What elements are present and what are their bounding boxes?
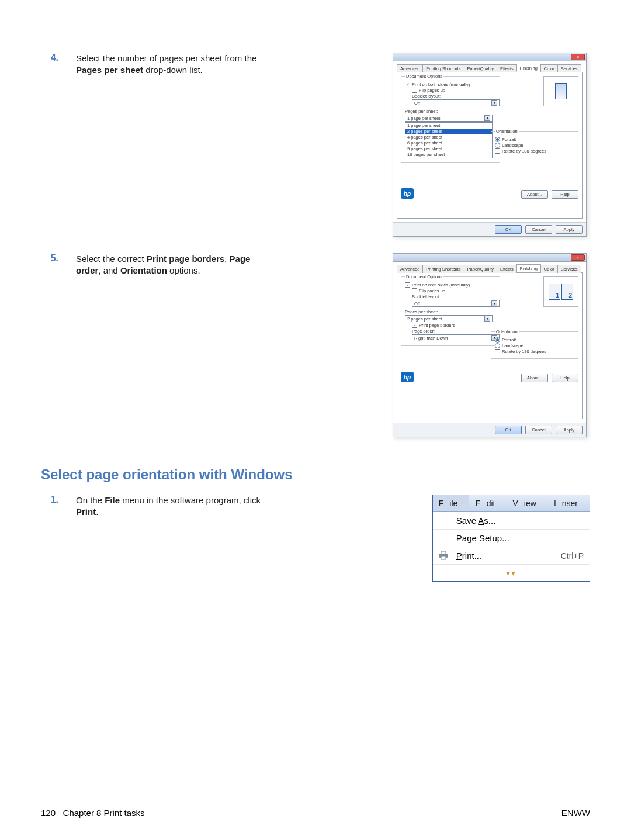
about-button[interactable]: About... [521,374,548,382]
svg-rect-1 [441,551,446,554]
page-footer: 120 Chapter 8 Print tasks ENWW [41,808,590,818]
page-preview: 1 2 [543,276,578,307]
tab-paper-quality[interactable]: Paper/Quality [464,265,497,273]
step-4-number: 4. [41,53,58,63]
ok-button[interactable]: OK [495,225,522,234]
close-icon[interactable]: × [571,254,585,261]
step-5-text: Select the correct Print page borders, P… [76,253,269,277]
dialog-tabs: Advanced Printing Shortcuts Paper/Qualit… [397,264,583,273]
hp-logo-icon: hp [401,372,414,382]
step-1-number: 1. [41,495,58,505]
section-heading: Select page orientation with Windows [41,466,590,483]
step-1-text: On the File menu in the software program… [76,495,269,518]
blank-icon [436,514,450,527]
tab-effects[interactable]: Effects [497,265,517,273]
print-shortcut: Ctrl+P [561,551,584,561]
menu-insert[interactable]: Inser [548,495,590,511]
orientation-label: Orientation [495,329,519,334]
printer-icon [436,549,450,562]
svg-rect-2 [441,556,446,559]
tab-color[interactable]: Color [540,64,558,72]
pages-per-sheet-select[interactable]: 2 pages per sheet▾ [405,315,493,322]
apply-button[interactable]: Apply [556,426,583,434]
hp-logo-icon: hp [401,188,414,199]
pages-per-sheet-options[interactable]: 1 page per sheet 2 pages per sheet 4 pag… [405,122,493,158]
tab-printing-shortcuts[interactable]: Printing Shortcuts [422,265,464,273]
rotate-180-checkbox[interactable] [495,148,500,154]
tab-finishing[interactable]: Finishing [516,64,541,72]
landscape-radio[interactable] [495,143,500,148]
portrait-radio[interactable] [495,137,500,142]
blank-icon [436,531,450,544]
tab-finishing[interactable]: Finishing [516,264,541,272]
tab-advanced[interactable]: Advanced [397,64,423,72]
page-order-select[interactable]: Right, then Down▾ [412,334,500,341]
tab-effects[interactable]: Effects [497,64,517,72]
step-4-text: Select the number of pages per sheet fro… [76,53,269,77]
menu-expand-icon[interactable]: ▾▾ [433,565,590,581]
document-options-label: Document Options [405,74,443,79]
help-button[interactable]: Help [552,190,578,199]
landscape-radio[interactable] [495,343,500,348]
chevron-down-icon: ▾ [491,100,497,106]
tab-services[interactable]: Services [557,64,581,72]
menu-item-print[interactable]: Print... Ctrl+P [433,547,590,565]
about-button[interactable]: About... [521,190,548,199]
menu-item-page-setup[interactable]: Page Setup... [433,530,590,547]
tab-services[interactable]: Services [557,265,581,273]
chevron-down-icon: ▾ [484,115,490,121]
help-button[interactable]: Help [552,374,578,382]
orientation-label: Orientation [495,129,519,134]
print-both-sides-checkbox[interactable]: ✓ [405,82,410,87]
document-options-label: Document Options [405,274,443,279]
tab-color[interactable]: Color [540,265,558,273]
flip-pages-checkbox[interactable] [412,88,417,93]
tab-paper-quality[interactable]: Paper/Quality [464,64,497,72]
menu-view[interactable]: View [507,495,548,511]
tab-advanced[interactable]: Advanced [397,265,423,273]
print-both-sides-checkbox[interactable]: ✓ [405,282,410,288]
print-properties-dialog-2: × Advanced Printing Shortcuts Paper/Qual… [393,253,587,437]
ok-button[interactable]: OK [495,426,522,434]
apply-button[interactable]: Apply [556,225,583,234]
rotate-180-checkbox[interactable] [495,349,500,354]
menu-item-save-as[interactable]: Save As... [433,512,590,530]
booklet-layout-select[interactable]: Off▾ [412,99,500,106]
print-properties-dialog-1: × Advanced Printing Shortcuts Paper/Qual… [393,53,587,237]
chevron-down-icon: ▾ [491,300,497,306]
pages-per-sheet-select[interactable]: 1 page per sheet▾ [405,115,493,122]
portrait-radio[interactable] [495,337,500,343]
booklet-layout-select[interactable]: Off▾ [412,300,500,307]
cancel-button[interactable]: Cancel [525,426,552,434]
tab-printing-shortcuts[interactable]: Printing Shortcuts [422,64,464,72]
file-menu-figure: File Edit View Inser Save As... Page Set… [432,495,590,582]
step-5-number: 5. [41,253,58,264]
page-preview [543,76,578,106]
menu-edit[interactable]: Edit [469,495,507,511]
flip-pages-checkbox[interactable] [412,288,417,293]
menu-file[interactable]: File [433,495,470,511]
chevron-down-icon: ▾ [484,316,490,322]
close-icon[interactable]: × [571,54,585,60]
cancel-button[interactable]: Cancel [525,225,552,234]
dialog-tabs: Advanced Printing Shortcuts Paper/Qualit… [397,64,583,72]
print-page-borders-checkbox[interactable]: ✓ [412,323,417,328]
